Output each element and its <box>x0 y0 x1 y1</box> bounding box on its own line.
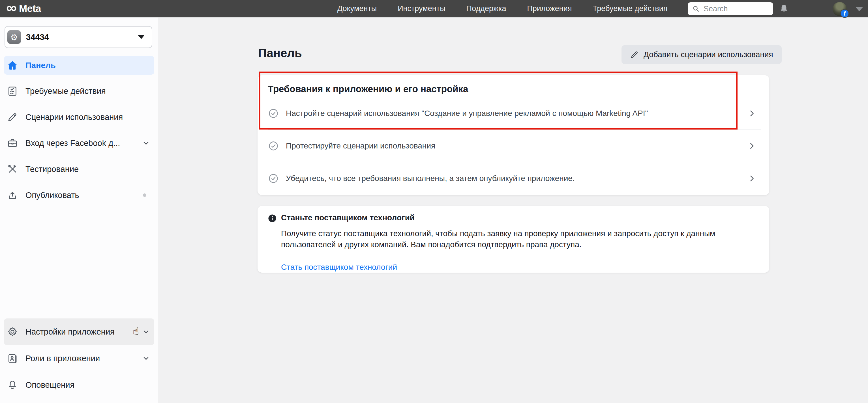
meta-developer-dashboard: ∞ Meta Документы Инструменты Поддержка П… <box>0 0 868 403</box>
app-selector-caret-icon <box>138 35 144 39</box>
sidebar-item-dashboard[interactable]: Панель <box>4 56 154 75</box>
page-title: Панель <box>258 46 302 60</box>
nav-apps[interactable]: Приложения <box>527 4 572 13</box>
sidebar-item-label: Панель <box>26 61 56 70</box>
sidebar-item-label: Тестирование <box>26 165 79 174</box>
topbar: ∞ Meta Документы Инструменты Поддержка П… <box>0 0 868 18</box>
chevron-right-icon[interactable] <box>747 109 756 118</box>
id-badge-icon <box>6 352 19 365</box>
sidebar-nav: Панель Требуемые действия Сценарии испол… <box>4 56 154 208</box>
sidebar-item-app-roles[interactable]: Роли в приложении <box>4 345 154 372</box>
add-use-cases-button-label: Добавить сценарии использования <box>644 50 773 59</box>
publish-upload-icon <box>6 189 19 201</box>
toolbox-icon <box>6 137 19 149</box>
requirement-row-publish-app[interactable]: Убедитесь, что все требования выполнены,… <box>257 162 769 195</box>
sidebar-item-label: Опубликовать <box>26 191 79 200</box>
sidebar-item-required-actions[interactable]: Требуемые действия <box>4 78 154 104</box>
requirements-card: Требования к приложению и его настройка … <box>257 75 769 195</box>
sidebar-item-testing[interactable]: Тестирование <box>4 156 154 182</box>
topbar-nav: Документы Инструменты Поддержка Приложен… <box>337 0 668 17</box>
become-tech-provider-link[interactable]: Стать поставщиком технологий <box>281 263 397 272</box>
check-circle-icon <box>268 108 279 119</box>
chevron-right-icon[interactable] <box>747 141 756 150</box>
search-box[interactable] <box>688 2 773 15</box>
home-icon <box>6 59 19 72</box>
requirement-row-test-use-cases[interactable]: Протестируйте сценарии использования <box>257 130 769 162</box>
sidebar-item-publish[interactable]: Опубликовать <box>4 182 154 208</box>
facebook-badge-icon: f <box>840 9 849 18</box>
meta-logo[interactable]: ∞ Meta <box>6 0 41 17</box>
pencil-icon <box>630 50 639 59</box>
app-icon: ⚙ <box>7 30 21 44</box>
sidebar-item-label: Оповещения <box>26 380 74 390</box>
sidebar-item-label: Вход через Facebook д... <box>26 139 120 148</box>
sidebar-item-use-cases[interactable]: Сценарии использования <box>4 104 154 130</box>
add-use-cases-button[interactable]: Добавить сценарии использования <box>621 45 782 64</box>
pencil-icon <box>6 111 19 123</box>
notifications-bell-icon[interactable] <box>778 3 789 15</box>
requirements-card-title: Требования к приложению и его настройка <box>257 75 769 95</box>
gear-icon <box>6 326 19 338</box>
requirement-label: Протестируйте сценарии использования <box>286 141 435 150</box>
nav-documents[interactable]: Документы <box>337 4 377 13</box>
requirement-row-setup-use-case[interactable]: Настройте сценарий использования "Создан… <box>257 97 769 130</box>
sidebar-item-alerts[interactable]: Оповещения <box>4 372 154 398</box>
app-selector[interactable]: ⚙ 34434 <box>4 26 152 48</box>
tech-provider-header: Станьте поставщиком технологий <box>268 213 759 223</box>
cursor-hand-icon: ☝ <box>133 326 139 336</box>
sidebar-footer-nav: Настройки приложения ☝ Роли в приложении <box>4 318 154 398</box>
tools-icon <box>6 163 19 175</box>
checklist-icon <box>6 85 19 97</box>
requirement-label: Настройте сценарий использования "Создан… <box>286 109 648 118</box>
nav-support[interactable]: Поддержка <box>466 4 506 13</box>
sidebar-item-facebook-login[interactable]: Вход через Facebook д... <box>4 130 154 156</box>
search-input[interactable] <box>704 4 769 13</box>
chevron-down-icon <box>142 139 150 147</box>
search-icon <box>692 4 700 13</box>
sidebar-item-label: Требуемые действия <box>26 87 106 96</box>
chevron-down-icon <box>142 354 150 363</box>
nav-required-actions[interactable]: Требуемые действия <box>593 4 668 13</box>
account-menu-caret-icon[interactable] <box>856 7 863 11</box>
divider <box>281 257 759 257</box>
app-selector-value: 34434 <box>26 33 133 42</box>
requirement-label: Убедитесь, что все требования выполнены,… <box>286 174 575 183</box>
avatar[interactable]: f <box>833 2 847 16</box>
info-icon <box>268 214 277 223</box>
tech-provider-card: Станьте поставщиком технологий Получите … <box>257 206 769 273</box>
sidebar-item-label: Настройки приложения <box>26 327 115 337</box>
requirements-list: Настройте сценарий использования "Создан… <box>257 97 769 195</box>
sidebar-item-label: Сценарии использования <box>26 112 123 122</box>
tech-provider-body: Получите статус поставщика технологий, ч… <box>281 228 751 250</box>
chevron-right-icon[interactable] <box>747 174 756 183</box>
sidebar: ⚙ 34434 Панель Требуемые действия <box>0 18 158 403</box>
meta-logo-text: Meta <box>19 3 41 14</box>
sidebar-item-app-settings[interactable]: Настройки приложения ☝ <box>4 318 154 345</box>
bell-icon <box>6 379 19 391</box>
tech-provider-title: Станьте поставщиком технологий <box>281 213 414 222</box>
check-circle-icon <box>268 173 279 184</box>
nav-tools[interactable]: Инструменты <box>398 4 445 13</box>
check-circle-icon <box>268 140 279 152</box>
publish-status-dot <box>143 194 146 197</box>
chevron-down-icon <box>142 328 150 336</box>
app-gear-glyph: ⚙ <box>10 32 18 42</box>
sidebar-item-label: Роли в приложении <box>26 354 100 363</box>
